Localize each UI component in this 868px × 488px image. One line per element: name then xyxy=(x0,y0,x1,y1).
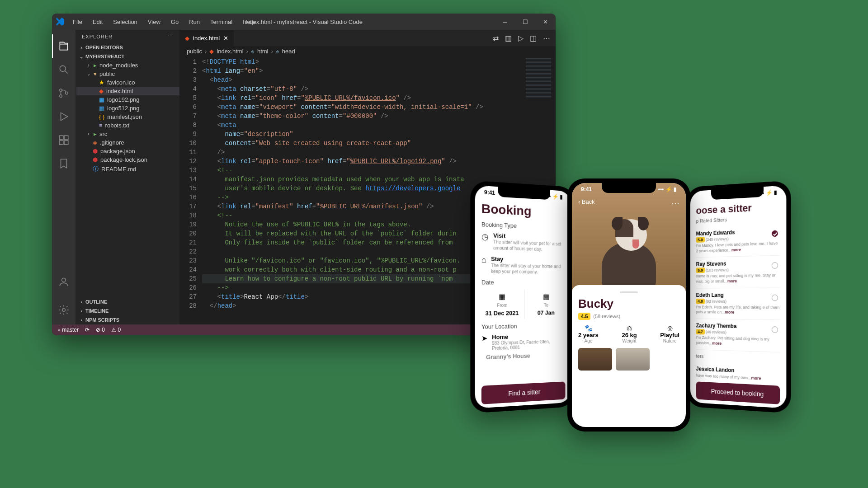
titlebar: File Edit Selection View Go Run Terminal… xyxy=(52,14,556,30)
date-to[interactable]: ▦To07 Jan xyxy=(524,290,567,319)
menu-terminal[interactable]: Terminal xyxy=(206,17,237,27)
tree-node-modules[interactable]: ›▸node_modules xyxy=(76,61,179,70)
sitter-jessica[interactable]: Jessica Landon have way too many of my o… xyxy=(696,362,780,382)
timeline-section[interactable]: ›TIMELINE xyxy=(75,306,179,315)
compare-icon[interactable]: ⇄ xyxy=(493,34,499,42)
vscode-logo xyxy=(52,18,68,26)
svg-point-8 xyxy=(62,278,66,282)
proceed-booking-button[interactable]: Proceed to booking xyxy=(696,381,780,404)
back-button[interactable]: ‹ Back xyxy=(578,198,595,205)
sync-icon[interactable]: ⟳ xyxy=(85,327,90,333)
location-icon: ➤ xyxy=(481,334,487,343)
menu-view[interactable]: View xyxy=(143,17,165,27)
settings-icon[interactable] xyxy=(52,298,75,322)
window-controls: ─ ☐ ✕ xyxy=(495,14,556,30)
pet-gallery[interactable] xyxy=(578,348,679,371)
extensions-icon[interactable] xyxy=(52,128,75,152)
run-icon[interactable]: ▷ xyxy=(518,34,524,42)
account-icon[interactable] xyxy=(52,270,75,294)
svg-rect-4 xyxy=(59,136,63,140)
svg-point-2 xyxy=(60,95,62,97)
tree-packagelock[interactable]: ⬢package-lock.json xyxy=(76,155,179,164)
radio-icon[interactable] xyxy=(772,295,778,301)
gallery-image[interactable] xyxy=(578,348,612,371)
close-button[interactable]: ✕ xyxy=(535,14,556,30)
svg-rect-5 xyxy=(64,136,68,140)
tree-logo512[interactable]: ▦logo512.png xyxy=(76,104,179,113)
bookmark-icon[interactable] xyxy=(52,152,75,175)
option-stay[interactable]: ⌂ StayThe sitter will stay at your home … xyxy=(481,255,566,275)
target-icon: ◎ xyxy=(660,324,679,332)
tree-readme[interactable]: ⓘREADME.md xyxy=(76,164,179,174)
date-from[interactable]: ▦From31 Dec 2021 xyxy=(480,290,524,320)
project-section[interactable]: ⌄MYFIRSTREACT xyxy=(75,52,179,61)
menu-edit[interactable]: Edit xyxy=(88,17,107,27)
open-editors-section[interactable]: ›OPEN EDITORS xyxy=(75,43,179,52)
split-down-icon[interactable]: ▥ xyxy=(505,34,512,42)
location-home[interactable]: ➤ Home983 Olympus Dr, Faerie Glen, Preto… xyxy=(481,332,566,351)
sitter-row[interactable]: Ray Stevens5.0 (103 reviews)name is Ray,… xyxy=(696,256,780,288)
phone-pet-profile: 9:41••• ⚡ ▮ ‹ Back ⋯ Bucky 4.5 (58 revie… xyxy=(567,178,690,432)
breadcrumbs[interactable]: public› ◆index.html› ⟐html› ⟐head xyxy=(179,46,556,56)
errors-indicator[interactable]: ⊘ 0 xyxy=(96,327,105,333)
more-icon[interactable]: ⋯ xyxy=(671,198,679,208)
tree-src[interactable]: ›▸src xyxy=(76,130,179,138)
home-icon: ⌂ xyxy=(481,255,486,274)
split-icon[interactable]: ◫ xyxy=(530,34,537,42)
tree-public[interactable]: ⌄▾public xyxy=(76,70,179,78)
tree-packagejson[interactable]: ⬢package.json xyxy=(76,147,179,155)
pet-photo xyxy=(593,210,665,291)
tree-manifest[interactable]: { }manifest.json xyxy=(76,113,179,121)
menu-selection[interactable]: Selection xyxy=(108,17,142,27)
location-label: Your Location xyxy=(481,322,566,330)
rating-badge: 4.5 xyxy=(578,313,590,320)
warnings-indicator[interactable]: ⚠ 0 xyxy=(111,327,121,333)
tab-close-icon[interactable]: ✕ xyxy=(223,35,228,42)
calendar-icon: ▦ xyxy=(482,292,522,301)
review-count: (58 reviews) xyxy=(593,314,620,319)
sitter-row[interactable]: Zachary Themba4.7 (46 reviews)I'm Zachar… xyxy=(696,319,780,352)
tree-logo192[interactable]: ▦logo192.png xyxy=(76,95,179,104)
calendar-icon: ▦ xyxy=(527,292,564,301)
booking-title: Booking xyxy=(481,202,566,220)
menu-go[interactable]: Go xyxy=(166,17,183,27)
tree-robots[interactable]: ≡robots.txt xyxy=(76,121,179,130)
gallery-image[interactable] xyxy=(616,348,650,371)
maximize-button[interactable]: ☐ xyxy=(515,14,535,30)
tree-favicon[interactable]: ★favicon.ico xyxy=(76,78,179,87)
pet-hero: 9:41••• ⚡ ▮ ‹ Back ⋯ xyxy=(572,183,686,291)
html-icon: ◆ xyxy=(185,35,189,42)
menubar: File Edit Selection View Go Run Terminal… xyxy=(68,17,259,27)
booking-type-label: Booking Type xyxy=(481,221,566,231)
menu-run[interactable]: Run xyxy=(184,17,204,27)
editor-more-icon[interactable]: ⋯ xyxy=(543,34,550,42)
source-control-icon[interactable] xyxy=(52,81,75,105)
sitter-row[interactable]: Mandy Edwards5.0 (245 reviews)I'm Mandy.… xyxy=(696,224,780,258)
clock-icon: ◷ xyxy=(481,231,489,250)
tree-gitignore[interactable]: ◈.gitignore xyxy=(76,138,179,147)
minimize-button[interactable]: ─ xyxy=(495,14,515,30)
option-visit[interactable]: ◷ VisitThe sitter will visit your pet fo… xyxy=(481,231,566,253)
run-debug-icon[interactable] xyxy=(52,105,75,128)
sitter-row[interactable]: Edeth Lang4.8 (92 reviews)I'm Edeth. Pet… xyxy=(696,288,780,320)
weight-icon: ⚖ xyxy=(622,324,637,332)
radio-icon[interactable] xyxy=(772,230,778,237)
svg-point-0 xyxy=(60,66,66,71)
search-icon[interactable] xyxy=(52,58,75,81)
tree-indexhtml[interactable]: ◆index.html xyxy=(76,87,179,95)
menu-file[interactable]: File xyxy=(68,17,87,27)
branch-indicator[interactable]: ᚼ master xyxy=(57,327,79,333)
gutter: 1234567891011121314151617181920212223242… xyxy=(179,56,202,324)
sidebar-more-icon[interactable]: ⋯ xyxy=(168,33,173,39)
explorer-icon[interactable] xyxy=(52,34,75,58)
find-sitter-button[interactable]: Find a sitter xyxy=(481,381,566,404)
tab-indexhtml[interactable]: ◆ index.html ✕ xyxy=(179,30,234,46)
npm-scripts-section[interactable]: ›NPM SCRIPTS xyxy=(75,315,179,324)
outline-section[interactable]: ›OUTLINE xyxy=(75,297,179,306)
radio-icon[interactable] xyxy=(772,326,778,333)
explorer-title: EXPLORER xyxy=(82,34,113,39)
svg-point-3 xyxy=(66,92,68,94)
svg-point-1 xyxy=(60,89,62,91)
tab-label: index.html xyxy=(193,35,220,42)
location-granny[interactable]: Granny's House xyxy=(486,352,530,361)
